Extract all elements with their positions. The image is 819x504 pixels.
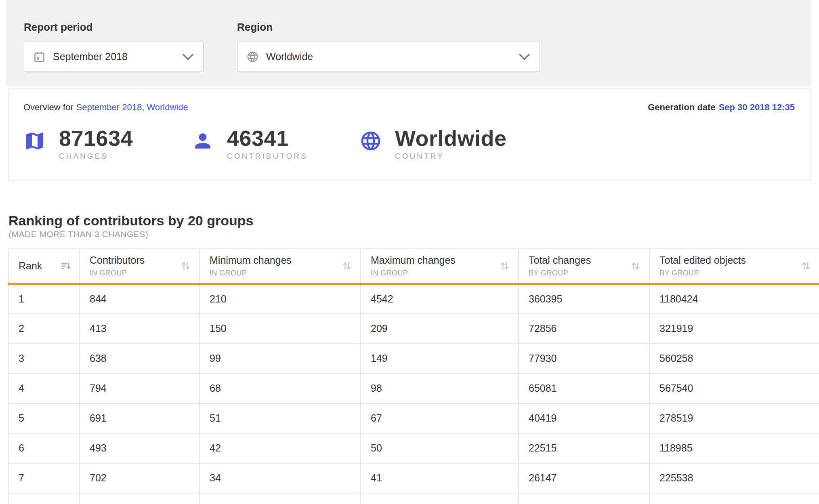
cell-contributors: 691: [80, 403, 200, 433]
cell-total-changes: 360395: [519, 284, 649, 314]
cell-maximum-changes: 67: [361, 403, 519, 433]
cell-total-edited-objects: 1180424: [649, 284, 819, 314]
cell-total-edited-objects: [649, 493, 819, 504]
column-header-total-edited-objects[interactable]: Total edited objectsBY GROUP: [649, 249, 819, 284]
overview-title: Overview forSeptember 2018, Worldwide: [23, 102, 188, 113]
column-sublabel: IN GROUP: [90, 269, 145, 277]
column-header-minimum-changes[interactable]: Minimum changesIN GROUP: [200, 249, 361, 284]
ranking-table: RankContributorsIN GROUPMinimum changesI…: [8, 248, 819, 504]
cell-total-edited-objects: 225538: [649, 463, 819, 493]
column-sublabel: BY GROUP: [659, 269, 746, 277]
column-header-maximum-changes[interactable]: Maximum changesIN GROUP: [361, 249, 519, 284]
region-select[interactable]: Worldwide: [237, 42, 540, 72]
stat-value: 46341: [227, 127, 308, 149]
generation-date: Generation dateSep 30 2018 12:35: [648, 102, 795, 113]
cell-contributors: [80, 493, 200, 504]
cell-minimum-changes: 42: [200, 433, 361, 463]
cell-total-edited-objects: 567540: [649, 374, 819, 403]
cell-minimum-changes: 68: [200, 374, 361, 403]
stat-label: CHANGES: [59, 152, 133, 161]
ranking-subtitle: (MADE MORE THAN 3 CHANGES): [8, 229, 819, 239]
overview-prefix: Overview for: [23, 102, 73, 112]
generation-date-value: Sep 30 2018 12:35: [719, 102, 795, 112]
cell-total-edited-objects: 321919: [649, 314, 819, 344]
globe-icon: [359, 130, 382, 152]
cell-minimum-changes: 99: [200, 344, 361, 374]
cell-minimum-changes: 51: [200, 403, 361, 433]
sort-arrows-icon: [800, 260, 812, 272]
cell-total-edited-objects: 118985: [649, 433, 819, 463]
report-period-select[interactable]: September 2018: [24, 42, 204, 72]
stat-changes: 871634CHANGES: [23, 127, 191, 161]
cell-total-edited-objects: 560258: [649, 344, 819, 374]
cell-contributors: 702: [80, 463, 200, 493]
filter-band: Report period September 2018 Region Worl…: [6, 0, 811, 86]
cell-maximum-changes: 149: [361, 344, 519, 374]
report-period-value: September 2018: [53, 51, 183, 63]
overview-period-link[interactable]: September 2018, Worldwide: [76, 102, 188, 112]
cell-contributors: 844: [80, 284, 200, 314]
stat-value: Worldwide: [395, 127, 507, 149]
cell-total-changes: 65081: [519, 374, 649, 403]
column-header-total-changes[interactable]: Total changesBY GROUP: [519, 249, 649, 284]
column-label: Minimum changes: [210, 254, 292, 266]
table-row-partial: [8, 493, 819, 504]
ranking-title: Ranking of contributors by 20 groups: [8, 212, 819, 229]
table-row: 241315020972856321919: [8, 314, 819, 344]
column-header-rank[interactable]: Rank: [8, 249, 80, 284]
column-sublabel: BY GROUP: [529, 269, 591, 277]
table-row: 6493425022515118985: [8, 433, 819, 463]
cell-minimum-changes: 150: [200, 314, 361, 344]
cell-total-changes: [519, 493, 649, 504]
person-icon: [191, 130, 214, 152]
stat-label: COUNTRY: [395, 152, 507, 161]
chevron-down-icon: [519, 54, 530, 60]
cell-maximum-changes: 4542: [361, 284, 519, 314]
table-row: 4794689865081567540: [8, 374, 819, 403]
table-row: 184421045423603951180424: [8, 284, 819, 314]
cell-maximum-changes: 50: [361, 433, 519, 463]
column-sublabel: IN GROUP: [210, 269, 292, 277]
cell-minimum-changes: 210: [200, 284, 361, 314]
chevron-down-icon: [183, 54, 193, 60]
cell-maximum-changes: 41: [361, 463, 519, 493]
region-filter: Region Worldwide: [237, 21, 540, 86]
generation-date-label: Generation date: [648, 102, 715, 112]
cell-maximum-changes: 98: [361, 374, 519, 403]
cell-contributors: 493: [80, 433, 200, 463]
ranking-header: Ranking of contributors by 20 groups (MA…: [8, 212, 819, 239]
map-icon: [23, 130, 46, 152]
cell-maximum-changes: 209: [361, 314, 519, 344]
globe-icon: [246, 50, 259, 63]
cell-rank: 5: [8, 403, 80, 433]
column-label: Maximum changes: [371, 254, 456, 266]
column-label: Contributors: [90, 254, 145, 266]
cell-rank: [8, 493, 80, 504]
cell-rank: 6: [8, 433, 80, 463]
region-label: Region: [237, 21, 540, 34]
overview-card: Overview forSeptember 2018, Worldwide Ge…: [8, 88, 811, 181]
table-row: 5691516740419278519: [8, 403, 819, 433]
sort-arrows-icon: [179, 260, 192, 272]
column-label: Total changes: [529, 254, 591, 266]
table-header-row: RankContributorsIN GROUPMinimum changesI…: [8, 249, 819, 284]
column-header-contributors[interactable]: ContributorsIN GROUP: [80, 249, 200, 284]
cell-total-changes: 72856: [519, 314, 649, 344]
report-period-label: Report period: [24, 21, 204, 34]
cell-total-changes: 77930: [519, 344, 649, 374]
sort-arrows-icon: [340, 260, 353, 272]
cell-contributors: 794: [80, 374, 200, 403]
column-label: Total edited objects: [659, 254, 746, 266]
cell-total-edited-objects: 278519: [649, 403, 819, 433]
table-row: 7702344126147225538: [8, 463, 819, 493]
stat-contributors: 46341CONTRIBUTORS: [191, 127, 359, 161]
cell-total-changes: 26147: [519, 463, 649, 493]
stat-value: 871634: [59, 127, 133, 149]
cell-minimum-changes: 34: [200, 463, 361, 493]
cell-contributors: 413: [80, 314, 200, 344]
sort-arrows-icon: [498, 260, 511, 272]
sort-active-icon: [59, 260, 72, 272]
cell-rank: 7: [8, 463, 80, 493]
cell-maximum-changes: [361, 493, 519, 504]
report-period-filter: Report period September 2018: [24, 21, 204, 86]
